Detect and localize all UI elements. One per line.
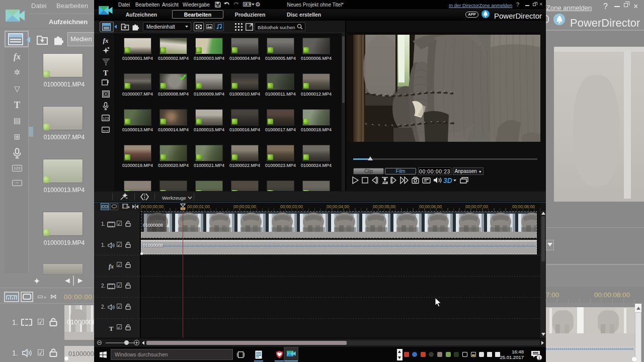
svg-text:3D: 3D [443, 176, 452, 185]
svg-text:123: 123 [103, 117, 109, 120]
